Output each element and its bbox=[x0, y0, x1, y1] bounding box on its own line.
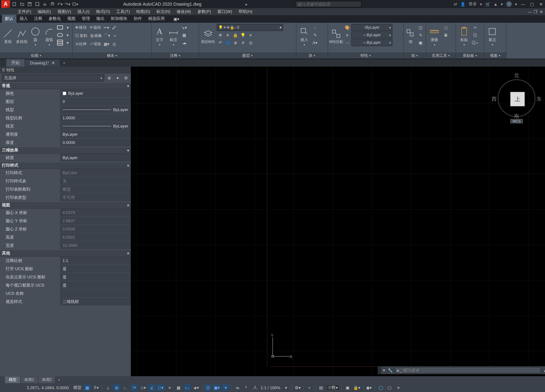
anno-auto-icon[interactable]: ᴬ bbox=[242, 384, 250, 391]
layer-merge-icon[interactable]: ⊕ bbox=[232, 39, 239, 46]
coordinates[interactable]: 3.2671, 4.1664, 0.0000 bbox=[2, 385, 71, 390]
dyn-ucs-icon[interactable]: ⊡ bbox=[204, 384, 212, 391]
create-block-icon[interactable]: ▫ bbox=[312, 24, 318, 31]
otrack-icon[interactable]: ∠ bbox=[148, 384, 156, 391]
lineweight-combo[interactable]: — ByLayer bbox=[351, 32, 392, 39]
transparency-toggle-icon[interactable]: ▦ bbox=[175, 384, 182, 391]
section-general[interactable]: 常规▾ bbox=[0, 82, 131, 89]
rotate-button[interactable]: ⟳ 旋转 bbox=[88, 24, 102, 31]
panel-clip-title[interactable]: 剪贴板▾ bbox=[456, 52, 484, 59]
prop-height-value[interactable]: 6.0002 bbox=[60, 233, 131, 241]
panel-annotate-title[interactable]: 注释▾ bbox=[152, 52, 199, 59]
help-arrow-icon[interactable]: ▾ bbox=[515, 2, 517, 7]
login-label[interactable]: 登录 bbox=[469, 1, 477, 7]
menu-draw[interactable]: 绘图(D) bbox=[134, 8, 153, 15]
select-objects-icon[interactable]: ✦ bbox=[114, 75, 121, 81]
viewcube-west[interactable]: 西 bbox=[492, 96, 497, 103]
units-combo[interactable]: 小数 ▾ bbox=[326, 384, 340, 391]
qat-open-icon[interactable] bbox=[19, 1, 25, 7]
command-input[interactable]: ▸_键入命令 bbox=[395, 367, 541, 373]
filetab-start[interactable]: 开始 bbox=[6, 59, 25, 67]
layout-model[interactable]: 模型 bbox=[5, 377, 21, 383]
user-icon[interactable]: 👤 bbox=[460, 2, 465, 7]
prop-thickness-value[interactable]: 0.0000 bbox=[60, 139, 131, 147]
menu-view[interactable]: 视图(V) bbox=[55, 8, 74, 15]
fillet-icon[interactable]: ⌒▾ bbox=[104, 32, 111, 39]
paste-button[interactable]: 粘贴▾ bbox=[457, 24, 471, 49]
props-title-bar[interactable]: ⠿ 特性 bbox=[0, 67, 131, 74]
match-props-button[interactable]: 特性匹配 bbox=[329, 24, 343, 49]
circle-button[interactable]: 圆▾ bbox=[29, 24, 42, 49]
prop-color-value[interactable]: ByLayer bbox=[60, 89, 131, 98]
hardware-accel-icon[interactable]: ◯ bbox=[377, 384, 385, 391]
qat-saveas-icon[interactable] bbox=[34, 1, 40, 7]
customize-icon[interactable]: ≡ bbox=[395, 384, 402, 391]
prop-ucsicon-value[interactable]: 是 bbox=[60, 265, 131, 273]
prop-ucspervp-value[interactable]: 是 bbox=[60, 281, 131, 289]
qat-new-icon[interactable] bbox=[11, 1, 18, 7]
linetype-icon[interactable]: ⋯ bbox=[344, 39, 351, 46]
panel-util-title[interactable]: 实用工具▾ bbox=[426, 52, 456, 59]
linetype-combo[interactable]: — ByLayer bbox=[351, 39, 392, 46]
menu-modify[interactable]: 修改(M) bbox=[174, 8, 194, 15]
erase-icon[interactable]: 🖉 bbox=[111, 24, 118, 31]
clean-screen-icon[interactable]: ▢ bbox=[386, 384, 393, 391]
panel-props-title[interactable]: 特性▾ bbox=[328, 52, 403, 59]
app-icon[interactable]: ▲ bbox=[494, 2, 498, 7]
menu-edit[interactable]: 编辑(E) bbox=[35, 8, 54, 15]
menu-format[interactable]: 格式(O) bbox=[94, 8, 113, 15]
ribbon-tab-insert[interactable]: 插入 bbox=[16, 15, 31, 23]
layer-state-icon[interactable]: ❄ bbox=[217, 32, 224, 39]
ribbon-tab-parametric[interactable]: 参数化 bbox=[45, 15, 64, 23]
exchange-icon[interactable]: ⇄ bbox=[454, 2, 457, 7]
iso-icon[interactable]: ◇▾ bbox=[139, 384, 147, 391]
prop-cz-value[interactable]: 0.0000 bbox=[60, 225, 131, 233]
selection-combo[interactable]: 无选择 bbox=[2, 74, 104, 81]
copybase-icon[interactable]: ⿻▾ bbox=[472, 39, 479, 46]
array-icon[interactable]: ▦▾ bbox=[103, 40, 110, 47]
spline-icon[interactable]: ▾ bbox=[64, 24, 71, 31]
point-icon[interactable]: · bbox=[442, 39, 449, 46]
selection-cycling-icon[interactable]: ⟐▾ bbox=[184, 384, 191, 391]
cloud-icon[interactable]: ☁ bbox=[181, 39, 188, 46]
qat-more-icon[interactable]: ▾ bbox=[72, 1, 78, 7]
doc-close-button[interactable]: ✕ bbox=[539, 9, 544, 14]
workspace-gear-icon[interactable]: ⚙▾ bbox=[294, 384, 301, 391]
menu-tools[interactable]: 工具(T) bbox=[114, 8, 132, 15]
cart-icon[interactable]: 🛒 bbox=[485, 2, 490, 7]
quick-select-icon[interactable]: ⚙ bbox=[106, 75, 112, 81]
hatch-arrow-icon[interactable]: ▾ bbox=[64, 39, 71, 46]
close-button[interactable]: ✕ bbox=[538, 1, 544, 7]
layer-walk-icon[interactable]: 👣 bbox=[224, 39, 231, 46]
calc-icon[interactable]: 🖩 bbox=[442, 32, 449, 39]
grid-icon[interactable]: ▦ bbox=[83, 384, 91, 391]
viewcube-south[interactable]: 南 bbox=[514, 113, 519, 120]
prop-material-value[interactable]: ByLayer bbox=[60, 154, 131, 162]
prop-cy-value[interactable]: 2.8637 bbox=[60, 217, 131, 225]
pick-add-icon[interactable]: ⧉ bbox=[123, 75, 129, 81]
ellipse-icon[interactable] bbox=[57, 32, 64, 39]
lineweight-icon[interactable]: ≡ bbox=[344, 32, 351, 39]
viewcube-top[interactable]: 上 bbox=[511, 92, 524, 106]
viewcube[interactable]: 北 西 东 上 南 WCS bbox=[498, 73, 536, 123]
menu-file[interactable]: 文件(F) bbox=[15, 8, 34, 15]
group-edit-icon[interactable]: ✎ bbox=[417, 32, 424, 39]
group-button[interactable]: 组 bbox=[405, 24, 416, 49]
model-space-button[interactable]: 模型 bbox=[73, 384, 82, 391]
3dosnap-icon[interactable]: ◈▾ bbox=[192, 384, 200, 391]
layer-uniso-icon[interactable]: ◎ bbox=[247, 39, 254, 46]
prop-lineweight-value[interactable]: ByLayer bbox=[60, 122, 131, 130]
prop-plottable-value[interactable]: 无 bbox=[60, 177, 131, 185]
color-combo[interactable]: ▫ ByLayer bbox=[351, 24, 392, 31]
prop-linetype-value[interactable]: ByLayer bbox=[60, 106, 131, 114]
insert-button[interactable]: 插入▾ bbox=[298, 24, 311, 49]
ribbon-tab-view[interactable]: 视图 bbox=[64, 15, 79, 23]
isolate-icon[interactable]: ◉▾ bbox=[365, 384, 373, 391]
command-line[interactable]: ✕ 🔧 ▸_键入命令 ▴ bbox=[378, 366, 545, 374]
osnap-icon[interactable]: ◻▾ bbox=[157, 384, 165, 391]
units-icon[interactable]: ▤ bbox=[317, 384, 325, 391]
section-plot[interactable]: 打印样式▾ bbox=[0, 162, 131, 169]
ortho-icon[interactable]: ∟ bbox=[122, 384, 129, 391]
cmdline-history-icon[interactable]: ▴ bbox=[542, 368, 545, 373]
measure-button[interactable]: 测量▾ bbox=[427, 24, 442, 49]
